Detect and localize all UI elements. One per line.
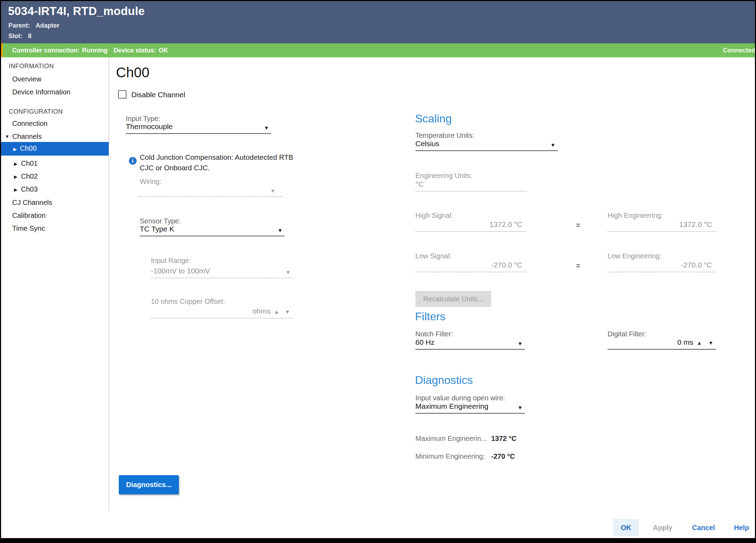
help-button[interactable]: Help xyxy=(734,524,749,532)
status-text: Controller connection:RunningDevice stat… xyxy=(12,47,170,54)
sidebar-item-ch01[interactable]: Ch01 xyxy=(21,159,38,167)
digital-filter-spin-up-icon[interactable]: ▲ xyxy=(697,340,702,346)
digital-filter-spin-down-icon[interactable]: ▼ xyxy=(708,340,713,346)
controller-connection-value: Running xyxy=(82,47,108,54)
input-type-dropdown[interactable]: Thermocouple ▼ xyxy=(126,121,271,134)
notch-filter-dropdown[interactable]: 60 Hz ▼ xyxy=(415,337,525,350)
temperature-units-value: Celsius xyxy=(415,140,439,148)
high-engineering-field: 1372.0 °C xyxy=(608,219,716,232)
diagnostics-button[interactable]: Diagnostics... xyxy=(119,475,179,494)
ch02-expand-icon[interactable]: ▶ xyxy=(14,174,17,179)
high-signal-value: 1372.0 °C xyxy=(489,220,522,229)
device-status-label: Device status: xyxy=(114,47,156,54)
max-engineering-label: Maximum Engineerin... xyxy=(415,435,487,443)
status-accent-stripe xyxy=(1,43,3,57)
sidebar-item-calibration[interactable]: Calibration xyxy=(12,212,46,220)
sidebar-item-ch02[interactable]: Ch02 xyxy=(21,172,38,180)
info-icon: i xyxy=(129,157,137,165)
scaling-heading: Scaling xyxy=(415,112,452,125)
input-range-label: Input Range: xyxy=(151,257,191,265)
copper-offset-spin-up-icon: ▲ xyxy=(274,309,279,315)
filters-heading: Filters xyxy=(415,310,445,323)
notch-filter-dropdown-icon: ▼ xyxy=(517,341,523,346)
sidebar-divider xyxy=(109,57,109,510)
channel-title: Ch00 xyxy=(116,65,150,80)
sensor-type-dropdown[interactable]: TC Type K ▼ xyxy=(140,224,285,236)
open-wire-dropdown[interactable]: Maximum Engineering ▼ xyxy=(415,401,525,414)
recalculate-units-button: Recalculate Units... xyxy=(415,291,491,307)
ok-button[interactable]: OK xyxy=(613,519,639,536)
slot-value: 8 xyxy=(28,33,31,40)
engineering-units-value: °C xyxy=(415,180,424,188)
ch01-expand-icon[interactable]: ▶ xyxy=(14,161,17,166)
sidebar-item-overview[interactable]: Overview xyxy=(12,75,41,83)
cjc-note-line1: Cold Junction Compensation: Autodetected… xyxy=(140,152,293,163)
sidebar-item-ch00-selected[interactable]: ▶ Ch00 xyxy=(1,142,109,156)
channels-collapse-icon[interactable]: ▼ xyxy=(5,134,9,139)
sidebar-item-ch03[interactable]: Ch03 xyxy=(21,185,38,193)
high-signal-field: 1372.0 °C xyxy=(415,219,526,232)
low-engineering-value: -270.0 °C xyxy=(681,261,712,269)
sidebar-item-ch00[interactable]: Ch00 xyxy=(20,144,37,152)
wiring-dropdown-icon: ▼ xyxy=(270,188,276,194)
open-wire-dropdown-icon: ▼ xyxy=(517,405,523,410)
controller-connection-label: Controller connection: xyxy=(12,47,80,54)
copper-offset-unit: ohms xyxy=(253,307,270,315)
input-type-value: Thermocouple xyxy=(126,122,173,131)
parent-value: Adapter xyxy=(36,22,59,29)
cjc-note: Cold Junction Compensation: Autodetected… xyxy=(140,152,293,173)
min-engineering-label: Minimum Engineering: xyxy=(415,452,485,460)
sidebar-header-configuration: CONFIGURATION xyxy=(9,108,63,115)
module-config-window: 5034-IRT4I, RTD_module Parent:Adapter Sl… xyxy=(0,0,756,543)
parent-label: Parent: xyxy=(8,22,30,29)
input-type-dropdown-icon: ▼ xyxy=(264,125,270,131)
slot-label: Slot: xyxy=(8,33,22,40)
connection-state: Connected xyxy=(723,47,755,54)
high-engineering-value: 1372.0 °C xyxy=(679,220,712,229)
cancel-button[interactable]: Cancel xyxy=(692,524,715,532)
window-title: 5034-IRT4I, RTD_module xyxy=(8,5,145,18)
max-engineering-value: 1372 °C xyxy=(491,435,517,443)
sidebar-item-channels[interactable]: Channels xyxy=(12,133,42,141)
sidebar-item-connection[interactable]: Connection xyxy=(12,120,48,128)
apply-button[interactable]: Apply xyxy=(653,524,673,532)
high-equals-sign: = xyxy=(576,221,580,229)
open-wire-value: Maximum Engineering xyxy=(415,402,488,410)
slot-row: Slot:8 xyxy=(8,33,31,40)
sidebar-item-device-information[interactable]: Device Information xyxy=(12,88,71,96)
ch03-expand-icon[interactable]: ▶ xyxy=(14,187,17,192)
copper-offset-spin-down-icon: ▼ xyxy=(285,309,290,315)
low-engineering-field: -270.0 °C xyxy=(608,259,716,272)
engineering-units-field: °C xyxy=(415,179,526,192)
temperature-units-dropdown-icon: ▼ xyxy=(550,142,556,148)
title-bar: 5034-IRT4I, RTD_module Parent:Adapter Sl… xyxy=(1,1,755,43)
input-range-dropdown-icon: ▼ xyxy=(285,269,291,275)
sensor-type-dropdown-icon: ▼ xyxy=(277,227,283,233)
wiring-dropdown: ▼ xyxy=(138,184,282,197)
notch-filter-value: 60 Hz xyxy=(415,338,435,346)
input-range-dropdown: -100mV to 100mV ▼ xyxy=(151,264,293,278)
low-signal-field: -270.0 °C xyxy=(415,259,526,272)
sidebar-header-information: INFORMATION xyxy=(9,63,54,70)
window-bottom-border xyxy=(1,538,755,542)
disable-channel-checkbox[interactable] xyxy=(118,90,126,99)
copper-offset-spinner: ohms ▲ ▼ xyxy=(151,305,293,319)
sidebar-item-time-sync[interactable]: Time Sync xyxy=(12,224,45,233)
ch00-expand-icon[interactable]: ▶ xyxy=(13,147,17,152)
temperature-units-dropdown[interactable]: Celsius ▼ xyxy=(415,138,558,151)
diagnostics-heading: Diagnostics xyxy=(415,374,473,387)
min-engineering-value: -270 °C xyxy=(491,452,515,460)
device-status-value: OK xyxy=(159,47,168,54)
digital-filter-value: 0 ms xyxy=(677,338,693,346)
status-bar: Controller connection:RunningDevice stat… xyxy=(1,43,755,57)
digital-filter-spinner[interactable]: 0 ms ▲ ▼ xyxy=(608,337,716,350)
sensor-type-value: TC Type K xyxy=(140,225,174,233)
low-equals-sign: = xyxy=(576,262,580,270)
parent-row: Parent:Adapter xyxy=(8,22,59,29)
cjc-note-line2: CJC or Onboard CJC. xyxy=(140,163,293,173)
low-signal-value: -270.0 °C xyxy=(491,261,522,269)
input-range-value: -100mV to 100mV xyxy=(151,267,210,275)
disable-channel-label: Disable Channel xyxy=(131,91,185,99)
sidebar-item-cj-channels[interactable]: CJ Channels xyxy=(12,199,52,207)
